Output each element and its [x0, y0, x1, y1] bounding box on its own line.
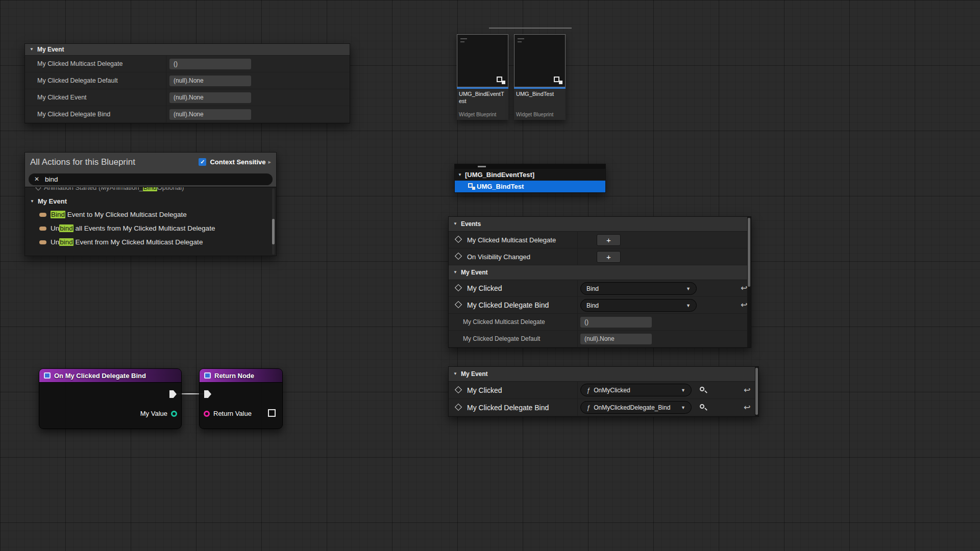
dropdown-value: Bind	[586, 285, 599, 292]
category-header-my-event[interactable]: ▼ My Event	[25, 44, 350, 56]
asset-thumbnail	[457, 34, 508, 87]
binding-dropdown[interactable]: Bind ▼	[580, 299, 697, 312]
widget-blueprint-icon	[468, 183, 475, 190]
asset-tile-umg-bindtest[interactable]: UMG_BindTest Widget Blueprint	[514, 34, 566, 120]
thumbnail-mini-text	[460, 38, 467, 39]
asset-label: UMG_BindEventTest Widget Blueprint	[457, 87, 508, 120]
event-diamond-icon	[455, 403, 462, 410]
asset-tile-umg-bindeventtest[interactable]: UMG_BindEventTest Widget Blueprint	[457, 34, 508, 120]
input-pin-return-value[interactable]	[204, 411, 210, 417]
scrollbar-thumb[interactable]	[272, 219, 275, 244]
category-header-my-event[interactable]: ▼ My Event	[449, 265, 751, 280]
thumbnail-mini-text	[460, 41, 464, 42]
category-header-events[interactable]: ▼ Events	[449, 217, 751, 232]
function-binding-dropdown[interactable]: ƒ OnMyClickedDelegate_Bind ▼	[580, 401, 692, 414]
event-label: My Clicked Delegate Bind	[467, 404, 549, 412]
property-value-field[interactable]: (null).None	[169, 109, 251, 120]
event-diamond-icon	[455, 301, 462, 308]
event-node-icon	[44, 372, 51, 379]
dropdown-value: OnMyClickedDelegate_Bind	[594, 404, 670, 411]
action-item-unbind-event[interactable]: Unbind Event from My Clicked Multicast D…	[25, 235, 276, 249]
chevron-down-icon: ▼	[686, 286, 691, 291]
column-divider	[577, 248, 578, 265]
property-value-field[interactable]: (null).None	[169, 92, 251, 103]
action-item-clipped[interactable]: Animation Started (MyAnimation_BindOptio…	[25, 187, 276, 195]
delegate-icon	[39, 240, 46, 244]
node-header[interactable]: Return Node	[200, 369, 282, 383]
clipped-row	[455, 164, 605, 169]
action-item-label: Bind Event to My Clicked Multicast Deleg…	[51, 211, 187, 218]
reset-to-default-icon[interactable]: ↩	[744, 385, 750, 395]
node-on-my-clicked-delegate-bind[interactable]: On My Clicked Delegate Bind My Value	[39, 368, 182, 429]
event-binding-row: My Clicked ƒ OnMyClicked ▼ ↩	[449, 382, 758, 399]
property-label: My Clicked Multicast Delegate	[463, 318, 545, 325]
reset-to-default-icon[interactable]: ↩	[744, 403, 750, 412]
property-value-field[interactable]: (null).None	[169, 76, 251, 86]
action-item-label: Unbind all Events from My Clicked Multic…	[51, 224, 215, 232]
chevron-down-icon: ▼	[686, 303, 691, 308]
action-item-bind-event[interactable]: Bind Event to My Clicked Multicast Deleg…	[25, 208, 276, 221]
context-sensitive-checkbox[interactable]: ✓	[199, 158, 206, 166]
binding-dropdown[interactable]: Bind ▼	[580, 282, 697, 295]
asset-thumbnail	[514, 34, 566, 87]
add-event-button[interactable]: +	[597, 251, 621, 263]
event-label: My Clicked	[467, 284, 502, 292]
blueprint-actions-menu: All Actions for this Blueprint ✓ Context…	[24, 152, 277, 256]
event-binding-row: My Clicked Delegate Bind Bind ▼ ↩	[449, 297, 751, 314]
scrollbar-thumb[interactable]	[755, 368, 758, 415]
collapse-triangle-icon[interactable]: ▼	[458, 173, 462, 177]
details-panel-top: ▼ My Event My Clicked Multicast Delegate…	[24, 43, 350, 123]
widget-blueprint-icon	[497, 77, 505, 84]
return-node-icon	[204, 372, 211, 379]
output-pin-my-value[interactable]	[171, 411, 177, 417]
clear-search-icon[interactable]: ✕	[34, 176, 39, 183]
actions-scrollbar[interactable]	[272, 188, 275, 255]
dropdown-value: OnMyClicked	[594, 387, 630, 394]
property-value-field[interactable]: (null).None	[580, 334, 652, 344]
exec-output-pin[interactable]	[169, 390, 177, 398]
hierarchy-root-row[interactable]: ▼ [UMG_BindEventTest]	[455, 169, 605, 181]
delegate-icon	[39, 227, 46, 231]
category-header-my-event[interactable]: ▼ My Event	[449, 367, 758, 382]
action-item-label: Animation Started (MyAnimation_BindOptio…	[44, 187, 184, 191]
collapse-triangle-icon: ▼	[30, 199, 34, 204]
event-binding-row: My Clicked Delegate Bind ƒ OnMyClickedDe…	[449, 399, 758, 416]
function-binding-dropdown[interactable]: ƒ OnMyClicked ▼	[580, 384, 692, 396]
column-divider	[166, 56, 166, 72]
browse-to-function-icon[interactable]	[700, 387, 706, 393]
node-title: On My Clicked Delegate Bind	[54, 372, 146, 380]
actions-title: All Actions for this Blueprint	[30, 157, 135, 167]
delegate-icon	[39, 213, 46, 217]
actions-search-row: ✕ bind	[25, 171, 276, 187]
event-label: On Visibility Changed	[467, 253, 530, 261]
scrollbar-thumb[interactable]	[748, 218, 750, 287]
node-header[interactable]: On My Clicked Delegate Bind	[39, 369, 181, 383]
details-panel-events: ▼ Events My Clicked Multicast Delegate +…	[448, 216, 751, 348]
thumbnail-mini-text	[518, 41, 522, 42]
details-scrollbar[interactable]	[755, 367, 758, 416]
column-divider	[166, 72, 166, 89]
exec-input-pin[interactable]	[204, 390, 211, 398]
expander-chevron-icon[interactable]: ▸	[268, 159, 271, 165]
node-return-node[interactable]: Return Node Return Value	[199, 368, 283, 429]
event-diamond-icon	[455, 253, 462, 260]
reset-to-default-icon[interactable]: ↩	[741, 300, 747, 310]
reset-to-default-icon[interactable]: ↩	[741, 283, 747, 293]
action-item-label: Unbind Event from My Clicked Multicast D…	[51, 238, 203, 246]
return-value-checkbox[interactable]	[268, 409, 276, 417]
column-divider	[577, 331, 578, 347]
details-scrollbar[interactable]	[747, 217, 751, 347]
property-label: My Clicked Multicast Delegate	[37, 60, 122, 67]
hierarchy-item-label: UMG_BindTest	[477, 183, 524, 190]
property-label: My Clicked Event	[37, 94, 87, 101]
actions-category-my-event[interactable]: ▼ My Event	[25, 195, 276, 208]
property-value-field[interactable]: ()	[580, 317, 652, 328]
browse-to-function-icon[interactable]	[700, 404, 706, 411]
column-divider	[577, 280, 578, 296]
search-input[interactable]: ✕ bind	[29, 173, 273, 185]
chevron-down-icon: ▼	[681, 388, 685, 393]
action-item-unbind-all[interactable]: Unbind all Events from My Clicked Multic…	[25, 221, 276, 235]
hierarchy-selected-row[interactable]: UMG_BindTest	[455, 181, 605, 192]
property-value-field[interactable]: ()	[169, 59, 251, 69]
add-event-button[interactable]: +	[597, 234, 621, 246]
